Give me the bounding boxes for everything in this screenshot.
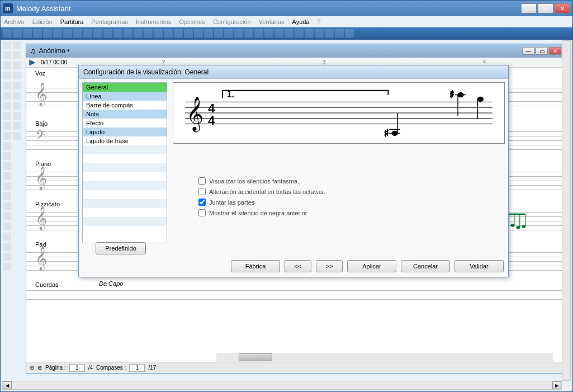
toolbar-button[interactable] (174, 29, 183, 38)
category-item-general[interactable]: General (83, 83, 167, 92)
maximize-button[interactable]: ▭ (538, 3, 553, 13)
tool-button[interactable] (3, 51, 11, 59)
doc-horizontal-scrollbar[interactable] (216, 353, 553, 362)
predefined-button[interactable]: Predefinido (96, 242, 146, 254)
menu-ayuda[interactable]: Ayuda (292, 18, 310, 25)
menu-pentagramas[interactable]: Pentagramas (91, 18, 127, 25)
tool-button[interactable] (3, 72, 11, 79)
menu-ventanas[interactable]: Ventanas (259, 18, 285, 25)
scrollbar-thumb[interactable] (239, 353, 272, 361)
doc-close-button[interactable]: ✕ (549, 47, 561, 55)
menu-opciones[interactable]: Opciones (179, 18, 205, 25)
toolbar-button[interactable] (73, 29, 82, 38)
category-list[interactable]: General Línea Barre de compás Nota Efect… (82, 82, 167, 243)
tool-button[interactable] (13, 92, 21, 100)
prev-button[interactable]: << (285, 260, 311, 272)
menu-archivo[interactable]: Archivo (4, 18, 25, 25)
toolbar-button[interactable] (63, 29, 72, 38)
category-item-ligado[interactable]: Ligado (83, 127, 167, 136)
toolbar-button[interactable] (234, 29, 243, 38)
toolbar-button[interactable] (83, 29, 92, 38)
tool-button[interactable] (3, 202, 11, 210)
cancel-button[interactable]: Cancelar (401, 260, 450, 272)
toolbar-button[interactable] (204, 29, 213, 38)
scroll-left-icon[interactable]: ◀ (3, 381, 12, 389)
tool-button[interactable] (3, 41, 11, 49)
option-accidental-octaves[interactable]: Alteración accidental en todas las octav… (198, 188, 505, 195)
checkbox-accidental-octaves[interactable] (198, 188, 206, 195)
zoom-in-icon[interactable]: ⊕ (37, 365, 42, 371)
tool-button[interactable] (3, 172, 11, 180)
category-item-linea[interactable]: Línea (83, 92, 167, 101)
main-horizontal-scrollbar[interactable]: ◀ ▶ (2, 381, 562, 390)
toolbar-button[interactable] (23, 29, 32, 38)
toolbar-button[interactable] (103, 29, 112, 38)
checkbox-ghost-rests[interactable] (198, 177, 206, 185)
toolbar-button[interactable] (93, 29, 102, 38)
toolbar-button[interactable] (224, 29, 233, 38)
toolbar-button[interactable] (134, 29, 143, 38)
tool-button[interactable] (3, 82, 11, 89)
tool-button[interactable] (3, 162, 11, 170)
category-item-barre[interactable]: Barre de compás (83, 101, 167, 110)
checkbox-join-parts[interactable] (198, 199, 206, 206)
toolbar-button[interactable] (154, 29, 163, 38)
tool-button[interactable] (3, 182, 11, 190)
tool-button[interactable] (3, 233, 11, 240)
tool-button[interactable] (13, 102, 21, 110)
toolbar-button[interactable] (214, 29, 223, 38)
zoom-out-icon[interactable]: ⊖ (30, 365, 34, 371)
toolbar-button[interactable] (335, 29, 344, 38)
tool-button[interactable] (3, 102, 11, 110)
toolbar-button[interactable] (194, 29, 203, 38)
tool-button[interactable] (3, 212, 11, 220)
toolbar-button[interactable] (254, 29, 263, 38)
tool-button[interactable] (13, 82, 21, 89)
tool-button[interactable] (3, 263, 11, 271)
tool-button[interactable] (3, 92, 11, 100)
close-button[interactable]: ✕ (555, 3, 570, 13)
tool-button[interactable] (3, 253, 11, 261)
tool-button[interactable] (3, 243, 11, 251)
play-button-icon[interactable] (29, 59, 36, 67)
tool-button[interactable] (13, 112, 21, 120)
toolbar-button[interactable] (124, 29, 132, 38)
minimize-button[interactable]: — (521, 3, 537, 13)
tool-button[interactable] (3, 192, 11, 200)
toolbar-button[interactable] (345, 29, 354, 38)
tool-button[interactable] (3, 122, 11, 130)
main-vertical-scrollbar[interactable] (562, 40, 571, 381)
toolbar-button[interactable] (264, 29, 273, 38)
toolbar-button[interactable] (244, 29, 253, 38)
tool-button[interactable] (3, 152, 11, 160)
apply-button[interactable]: Aplicar (347, 260, 396, 272)
category-item-ligado-frase[interactable]: Ligado de frase (83, 136, 167, 145)
option-show-prev-rest[interactable]: Mostrar el silencio de negra anterior (198, 209, 505, 216)
toolbar-button[interactable] (144, 29, 153, 38)
category-item-efecto[interactable]: Efecto (83, 119, 167, 127)
toolbar-button[interactable] (33, 29, 42, 38)
tool-button[interactable] (13, 51, 21, 59)
tool-button[interactable] (3, 132, 11, 140)
toolbar-button[interactable] (295, 29, 304, 38)
menu-edicion[interactable]: Edición (32, 18, 53, 25)
tool-button[interactable] (3, 112, 11, 120)
toolbar-button[interactable] (315, 29, 324, 38)
tool-button[interactable] (13, 122, 21, 130)
toolbar-button[interactable] (13, 29, 22, 38)
tool-button[interactable] (13, 41, 21, 49)
tool-button[interactable] (13, 62, 21, 69)
pagina-input[interactable] (69, 364, 85, 372)
tool-button[interactable] (13, 132, 21, 140)
category-item-nota[interactable]: Nota (83, 110, 167, 119)
tool-button[interactable] (3, 142, 11, 150)
tool-button[interactable] (3, 223, 11, 230)
toolbar-button[interactable] (184, 29, 193, 38)
menu-help-question[interactable]: ? (318, 18, 321, 25)
menu-configuracion[interactable]: Configuración (213, 18, 251, 25)
factory-button[interactable]: Fábrica (231, 260, 280, 272)
scroll-right-icon[interactable]: ▶ (552, 381, 561, 389)
validate-button[interactable]: Validar (454, 260, 504, 272)
toolbar-button[interactable] (43, 29, 52, 38)
toolbar-button[interactable] (113, 29, 122, 38)
